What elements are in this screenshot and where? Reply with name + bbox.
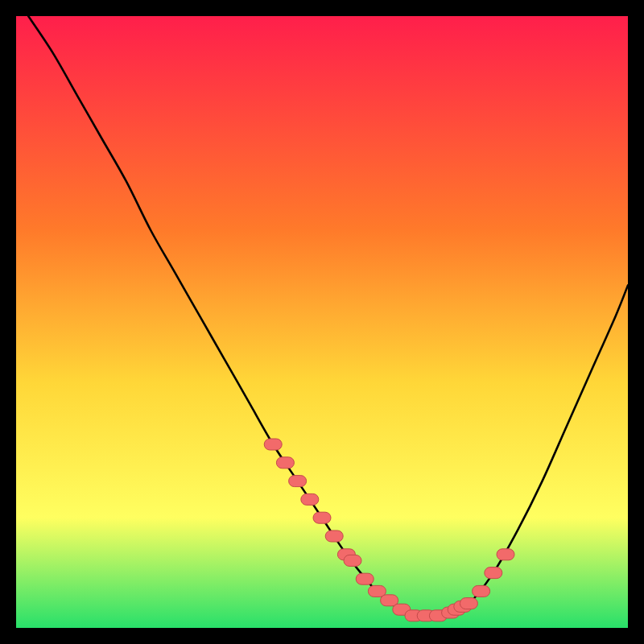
marker-point [325,530,343,542]
marker-point [485,568,502,579]
marker-point [356,573,374,584]
bottleneck-chart [16,16,628,628]
marker-point [264,439,282,450]
marker-point [289,476,307,487]
marker-point [497,549,514,560]
marker-point [313,512,331,523]
marker-point [301,493,319,505]
marker-point [473,585,490,597]
marker-point [276,457,294,469]
marker-point [460,598,477,609]
chart-background [16,16,628,628]
chart-frame: TheBottleneck.com [16,16,628,628]
marker-point [344,555,361,566]
